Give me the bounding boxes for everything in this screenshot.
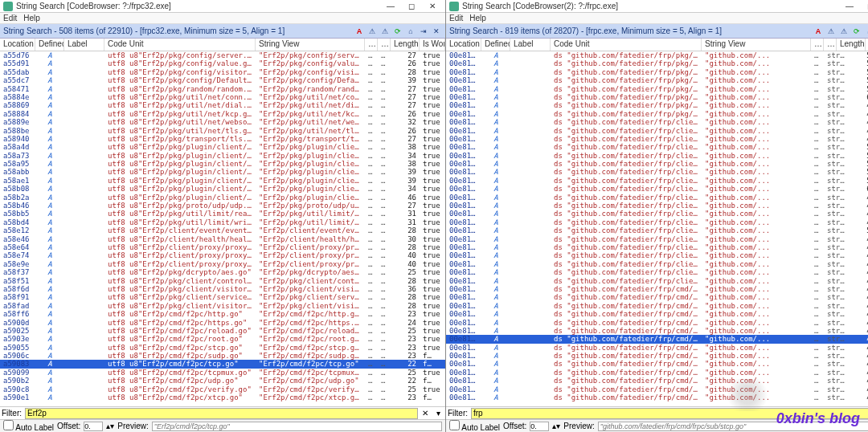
table-row[interactable]: a58bd4Autf8 u8"Erf2p/pkg/util/limit/writ… bbox=[0, 218, 445, 226]
col-dots2[interactable]: … bbox=[824, 39, 837, 51]
table-row[interactable]: 00e81a7cAds "github.com/fatedier/frp/cmd… bbox=[446, 377, 868, 385]
col-location[interactable]: Location bbox=[446, 39, 481, 51]
table-row[interactable]: a58b46Autf8 u8"Erf2p/pkg/proto/udp/udp.g… bbox=[0, 202, 445, 210]
col-dots2[interactable]: … bbox=[378, 39, 391, 51]
col-label[interactable]: Label bbox=[510, 39, 551, 51]
table-row[interactable]: 00e8185bAds "github.com/fatedier/frp/cmd… bbox=[446, 285, 868, 293]
col-length[interactable]: Length bbox=[391, 39, 420, 51]
warning-icon[interactable]: ⚠ bbox=[825, 26, 837, 37]
table-row[interactable]: a5889eAutf8 u8"Erf2p/pkg/util/net/websoc… bbox=[0, 118, 445, 126]
table-row[interactable]: 00e8179cAds "github.com/fatedier/frp/cli… bbox=[446, 260, 868, 268]
table-row[interactable]: a59055Autf8 u8"Erf2p/cmd/f2pc/stcp.go""E… bbox=[0, 344, 445, 352]
table-row[interactable]: 00e81386Ads "github.com/fatedier/frp/cli… bbox=[446, 135, 868, 143]
filter-a-icon[interactable]: A bbox=[813, 26, 824, 37]
auto-label-checkbox[interactable]: Auto Label bbox=[449, 420, 500, 432]
col-string-view[interactable]: String View bbox=[702, 39, 811, 51]
table-row[interactable]: a58e46Autf8 u8"Erf2p/client/health/healt… bbox=[0, 235, 445, 243]
maximize-button[interactable]: ◻ bbox=[402, 1, 421, 12]
table-row[interactable]: 00e814deAds "github.com/fatedier/frp/cli… bbox=[446, 168, 868, 176]
col-code-unit[interactable]: Code Unit bbox=[551, 39, 702, 51]
table-row[interactable]: a58ff6Autf8 u8"Erf2p/cmd/f2pc/http.go""E… bbox=[0, 310, 445, 318]
results-table[interactable]: a55d76Autf8 u8"Erf2p/pkg/config/server.g… bbox=[0, 51, 445, 406]
table-row[interactable]: 00e81a50Ads "github.com/fatedier/frp/cmd… bbox=[446, 369, 868, 377]
offset-input[interactable] bbox=[530, 422, 549, 431]
col-dots1[interactable]: … bbox=[811, 39, 824, 51]
menu-edit[interactable]: Edit bbox=[449, 14, 463, 22]
table-row[interactable]: a58f91Autf8 u8"Erf2p/pkg/client/service.… bbox=[0, 293, 445, 301]
table-row[interactable]: a58884Autf8 u8"Erf2p/pkg/util/net/kcp.go… bbox=[0, 110, 445, 118]
table-row[interactable]: 00e81ad8Ads "github.com/fatedier/frp/cmd… bbox=[446, 393, 868, 401]
close-button[interactable]: ✕ bbox=[423, 1, 442, 12]
table-row[interactable]: 00e816d9Ads "github.com/fatedier/frp/cli… bbox=[446, 226, 868, 234]
table-row[interactable]: 00e819f5Ads "github.com/fatedier/frp/cmd… bbox=[446, 352, 868, 360]
col-length[interactable]: Length bbox=[837, 39, 866, 51]
table-row[interactable]: a58ae1Autf8 u8"Erf2p/pkg/plugin/client/h… bbox=[0, 177, 445, 185]
table-row[interactable]: 00e812f7Ads "github.com/fatedier/frp/pkg… bbox=[446, 110, 868, 118]
col-dots1[interactable]: … bbox=[365, 39, 378, 51]
table-row[interactable]: 00e811e0Ads "github.com/fatedier/frp/pkg… bbox=[446, 68, 868, 76]
table-row[interactable]: 00e811a8Ads "github.com/fatedier/frp/pkg… bbox=[446, 59, 868, 67]
table-row[interactable]: a59025Autf8 u8"Erf2p/cmd/f2pc/reload.go"… bbox=[0, 327, 445, 335]
table-row[interactable]: a58b2aAutf8 u8"Erf2p/pkg/plugin/client/u… bbox=[0, 194, 445, 202]
table-row[interactable]: 00e816aaAds "github.com/fatedier/frp/cli… bbox=[446, 218, 868, 226]
menu-help[interactable]: Help bbox=[23, 14, 40, 22]
offset-stepper[interactable]: ▴▾ bbox=[552, 422, 560, 430]
table-row[interactable]: 00e81438Ads "github.com/fatedier/frp/cli… bbox=[446, 152, 868, 160]
table-row[interactable]: a59099Autf8 u8"Erf2p/cmd/f2pc/tcpmux.go"… bbox=[0, 369, 445, 377]
col-code-unit[interactable]: Code Unit bbox=[104, 39, 256, 51]
table-row[interactable]: 00e81885Ads "github.com/fatedier/frp/cmd… bbox=[446, 293, 868, 301]
table-row[interactable]: a59083Autf8 u8"Erf2p/cmd/f2pc/tcp.go""Er… bbox=[0, 360, 445, 368]
table-row[interactable]: a55dc7Autf8 u8"Erf2p/pkg/config/DefaultI… bbox=[0, 76, 445, 84]
table-row[interactable]: a58e64Autf8 u8"Erf2p/client/proxy/proxy.… bbox=[0, 243, 445, 251]
home-icon[interactable]: ⌂ bbox=[864, 26, 868, 37]
table-row[interactable]: a58869Autf8 u8"Erf2p/pkg/util/net/dial.g… bbox=[0, 101, 445, 109]
table-row[interactable]: a590c8Autf8 u8"Erf2p/cmd/f2pc/verify.go"… bbox=[0, 385, 445, 393]
table-row[interactable]: 00e81745Ads "github.com/fatedier/frp/cli… bbox=[446, 243, 868, 251]
table-row[interactable]: 00e817cAds "github.com/fatedier/frp/clie… bbox=[446, 268, 868, 276]
minimize-button[interactable]: — bbox=[381, 1, 400, 12]
menu-edit[interactable]: Edit bbox=[3, 14, 17, 22]
table-row[interactable]: 00e81356Ads "github.com/fatedier/frp/cli… bbox=[446, 127, 868, 135]
filter-settings-icon[interactable]: ▾ bbox=[432, 408, 444, 419]
table-row[interactable]: a58bb5Autf8 u8"Erf2p/pkg/util/limit/read… bbox=[0, 210, 445, 218]
table-row[interactable]: a58a4dAutf8 u8"Erf2p/pkg/plugin/client/h… bbox=[0, 143, 445, 151]
filter-clear-icon[interactable]: ✕ bbox=[420, 408, 431, 419]
export-icon[interactable]: ⇥ bbox=[418, 26, 429, 37]
table-row[interactable]: 00e81328Ads "github.com/fatedier/frp/cli… bbox=[446, 118, 868, 126]
table-row[interactable]: 00e818e1Ads "github.com/fatedier/frp/cmd… bbox=[446, 310, 868, 318]
table-row[interactable]: a5903eAutf8 u8"Erf2p/cmd/f2pc/root.go""E… bbox=[0, 335, 445, 343]
warning-icon-2[interactable]: ⚠ bbox=[379, 26, 391, 37]
table-row[interactable]: a5884eAutf8 u8"Erf2p/pkg/util/net/conn.g… bbox=[0, 93, 445, 101]
table-row[interactable]: 00e81a21Ads "github.com/fatedier/frp/cmd… bbox=[446, 360, 868, 368]
table-row[interactable]: 00e815afAds "github.com/fatedier/frp/cli… bbox=[446, 194, 868, 202]
table-row[interactable]: 00e81912Ads "github.com/fatedier/frp/cmd… bbox=[446, 319, 868, 327]
menu-help[interactable]: Help bbox=[469, 14, 486, 22]
table-row[interactable]: 00e8199bAds "github.com/fatedier/frp/cmd… bbox=[446, 335, 868, 343]
table-row[interactable]: a58f6dAutf8 u8"Erf2p/pkg/client/visitor_… bbox=[0, 285, 445, 293]
table-row[interactable]: 00e812c6Ads "github.com/fatedier/frp/pkg… bbox=[446, 101, 868, 109]
table-row[interactable]: a58471Autf8 u8"Erf2p/pkg/random/random.g… bbox=[0, 85, 445, 93]
table-row[interactable]: 00e81219Ads "github.com/fatedier/frp/pkg… bbox=[446, 76, 868, 84]
auto-label-checkbox[interactable]: Auto Label bbox=[3, 420, 54, 432]
table-row[interactable]: 00e818b3Ads "github.com/fatedier/frp/cmd… bbox=[446, 302, 868, 310]
table-row[interactable]: a55d91Autf8 u8"Erf2p/pkg/config/value.go… bbox=[0, 59, 445, 67]
table-row[interactable]: a55d76Autf8 u8"Erf2p/pkg/config/server.g… bbox=[0, 51, 445, 59]
table-row[interactable]: 00e81286Ads "github.com/fatedier/frp/pkg… bbox=[446, 93, 868, 101]
refresh-icon[interactable]: ⟳ bbox=[851, 26, 862, 37]
col-is-word[interactable]: Is Word bbox=[420, 39, 445, 51]
table-row[interactable]: 00e81582Ads "github.com/fatedier/frp/cli… bbox=[446, 185, 868, 193]
table-row[interactable]: 00e8124dAds "github.com/fatedier/frp/pkg… bbox=[446, 85, 868, 93]
table-row[interactable]: 00e8160bAds "github.com/fatedier/frp/cli… bbox=[446, 202, 868, 210]
refresh-icon[interactable]: ⟳ bbox=[392, 26, 403, 37]
table-row[interactable]: 00e81805Ads "github.com/fatedier/frp/cli… bbox=[446, 277, 868, 285]
col-defined[interactable]: Defined bbox=[481, 39, 510, 51]
filter-input[interactable] bbox=[471, 408, 868, 419]
filter-a-icon[interactable]: A bbox=[354, 26, 365, 37]
table-row[interactable]: 00e81639Ads "github.com/fatedier/frp/cli… bbox=[446, 210, 868, 218]
table-row[interactable]: a58f37Autf8 u8"Erf2p/pkg/dcrypto/aes.go"… bbox=[0, 268, 445, 276]
home-icon[interactable]: ⌂ bbox=[405, 26, 416, 37]
table-row[interactable]: a58e74Autf8 u8"Erf2p/client/proxy/proxy_… bbox=[0, 251, 445, 259]
table-row[interactable]: a58e12Autf8 u8"Erf2p/client/event/event.… bbox=[0, 226, 445, 234]
table-row[interactable]: 00e8194eAds "github.com/fatedier/frp/cmd… bbox=[446, 327, 868, 335]
col-location[interactable]: Location bbox=[0, 39, 35, 51]
